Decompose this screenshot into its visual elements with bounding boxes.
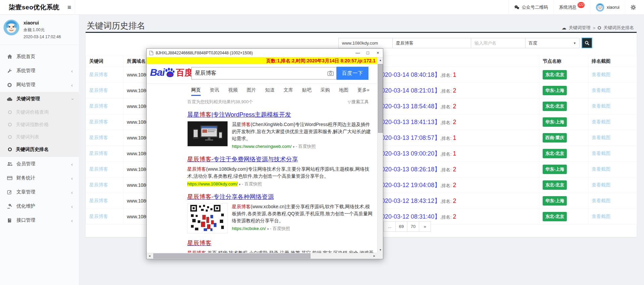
baidu-tab[interactable]: 采购 xyxy=(320,87,330,96)
sidebar-submenu-keywords: 关键词价格查询 关键词指数价格 关键词列表 关键词历史排名 xyxy=(0,106,79,156)
keyword-link[interactable]: 星辰博客 xyxy=(89,198,108,203)
breadcrumb-parent[interactable]: 关键词管理 xyxy=(568,25,590,31)
result-url-text[interactable]: https://xcboke.cn/ xyxy=(232,226,266,231)
sidebar-item-website-management[interactable]: 网站管理 ‹ xyxy=(0,78,79,92)
settings-menu-item[interactable] xyxy=(625,0,641,14)
pagination-item[interactable]: » xyxy=(419,221,431,232)
sidebar-item-keyword-price-query[interactable]: 关键词价格查询 xyxy=(0,106,79,118)
node-badge: 西南-重庆 xyxy=(543,133,567,142)
scroll-left-arrow[interactable]: ◄ xyxy=(147,253,152,259)
sidebar-item-system-home[interactable]: 系统首页 xyxy=(0,50,79,64)
navbar-spacer xyxy=(75,0,508,14)
sidebar-item-member-management[interactable]: 会员管理 ‹ xyxy=(0,157,79,171)
result-text-block: 晨星博客(ChenXingWeb.Com)专注WordPress程序周边主题及插… xyxy=(232,121,375,150)
window-titlebar[interactable]: 8JHXLJ8842246668LF8848PT0J020448 (1002×1… xyxy=(147,49,383,57)
website-thumbnail[interactable] xyxy=(187,121,228,147)
view-screenshot-link[interactable]: 查看截图 xyxy=(592,214,610,219)
search-tools-toggle[interactable]: ▽搜索工具 xyxy=(348,99,369,105)
search-button[interactable] xyxy=(582,38,592,48)
domain-filter-input[interactable] xyxy=(338,38,393,48)
keyword-link[interactable]: 星辰博客 xyxy=(89,166,108,172)
maximize-button[interactable]: □ xyxy=(363,49,373,57)
app-logo[interactable]: 柒壹seo优化系统 xyxy=(0,0,64,14)
result-title-link[interactable]: 星辰博客 xyxy=(187,239,211,247)
baidu-search-input[interactable] xyxy=(192,67,325,79)
sidebar-item-finance-statistics[interactable]: 财务统计 ‹ xyxy=(0,171,79,185)
keyword-filter-input[interactable] xyxy=(392,38,471,48)
vertical-scroll-thumb[interactable] xyxy=(378,64,383,133)
sidebar-item-keyword-history-rank[interactable]: 关键词历史排名 xyxy=(0,143,79,156)
sidebar-item-optimization-maintenance[interactable]: 优化维护 ‹ xyxy=(0,199,79,213)
baidu-tab[interactable]: 知道 xyxy=(265,87,275,96)
close-button[interactable]: × xyxy=(373,49,383,57)
pagination-item[interactable]: ... xyxy=(384,221,396,232)
pagination-item[interactable]: 69 xyxy=(395,221,407,232)
result-url-text[interactable]: https://www.chenxingweb.com/ xyxy=(232,144,292,149)
baidu-tab[interactable]: 资讯 xyxy=(210,87,219,96)
qr-thumbnail[interactable] xyxy=(187,203,228,233)
keyword-link[interactable]: 星辰博客 xyxy=(89,151,108,156)
baidu-tab[interactable]: 更多» xyxy=(357,87,369,96)
sidebar-item-keyword-management[interactable]: 关键词管理 ‹ xyxy=(0,92,79,106)
view-screenshot-link[interactable]: 查看截图 xyxy=(592,119,610,124)
sidebar-item-api-management[interactable]: 接口管理 ‹ xyxy=(0,213,79,227)
baidu-tab[interactable]: 地图 xyxy=(339,87,348,96)
user-menu-item[interactable]: xiaorui xyxy=(590,0,625,14)
description-text: (ChenXingWeb.Com)专注WordPress程序周边主题及插件的开发… xyxy=(232,122,371,141)
snapshot-link[interactable]: 百度快照 xyxy=(298,144,316,149)
keyword-link[interactable]: 星辰博客 xyxy=(89,103,108,109)
engine-select[interactable]: 百度 ▼ xyxy=(525,38,580,48)
minimize-button[interactable]: — xyxy=(353,49,363,57)
scroll-up-arrow[interactable]: ▲ xyxy=(378,57,383,63)
result-url-text[interactable]: https://www.1080kdy.com/ xyxy=(187,181,238,186)
view-screenshot-link[interactable]: 查看截图 xyxy=(592,166,610,172)
qrcode-label: 公众号二维码 xyxy=(522,4,548,10)
keyword-link[interactable]: 星辰博客 xyxy=(89,182,108,187)
sidebar-item-keyword-list[interactable]: 关键词列表 xyxy=(0,131,79,143)
baidu-tab[interactable]: 网页 xyxy=(191,87,201,96)
username-filter-input[interactable] xyxy=(471,38,526,48)
system-messages-item[interactable]: 系统消息 122 xyxy=(553,0,590,14)
qrcode-menu-item[interactable]: 公众号二维码 xyxy=(508,0,553,14)
baidu-tab[interactable]: 视频 xyxy=(228,87,238,96)
view-screenshot-link[interactable]: 查看截图 xyxy=(592,182,610,187)
view-screenshot-link[interactable]: 查看截图 xyxy=(592,151,610,156)
view-screenshot-link[interactable]: 查看截图 xyxy=(592,72,610,77)
view-screenshot-link[interactable]: 查看截图 xyxy=(592,88,610,93)
baidu-tab[interactable]: 文库 xyxy=(284,87,293,96)
scroll-down-arrow[interactable]: ▼ xyxy=(378,247,383,253)
result-title-link[interactable]: 星辰博客-专注分享各种网络资源 xyxy=(187,193,274,201)
engine-selected-value: 百度 xyxy=(529,40,537,46)
rank-label: ,排名: xyxy=(440,183,451,188)
sidebar-toggle-button[interactable]: ≡ xyxy=(64,0,75,14)
horizontal-scroll-thumb[interactable] xyxy=(153,253,310,259)
result-title-link[interactable]: 晨星博客|专注WordPress主题模板开发 xyxy=(187,111,291,119)
search-result: 星辰博客-专注于免费网络资源与技术分享星辰博客(www.1080kdy.com)… xyxy=(187,155,375,187)
camera-icon[interactable] xyxy=(325,70,336,76)
snapshot-link[interactable]: 百度快照 xyxy=(273,226,290,231)
sidebar-item-keyword-index-price[interactable]: 关键词指数价格 xyxy=(0,118,79,131)
description-text: 首页 精华 技术教程 小白求助 登录-注册 推荐 其它 前端 官方 区块链 安全… xyxy=(187,250,374,253)
view-screenshot-link[interactable]: 查看截图 xyxy=(592,103,610,109)
baidu-logo[interactable]: Bai du 百度 xyxy=(150,67,193,78)
view-screenshot-link[interactable]: 查看截图 xyxy=(592,135,610,140)
sidebar-item-article-management[interactable]: 文章管理 ‹ xyxy=(0,185,79,199)
keyword-link[interactable]: 星辰博客 xyxy=(89,119,108,124)
scroll-right-arrow[interactable]: ► xyxy=(371,253,377,259)
gear-icon xyxy=(631,5,636,10)
snapshot-link[interactable]: 百度快照 xyxy=(244,181,262,186)
keyword-link[interactable]: 星辰博客 xyxy=(89,88,108,93)
keyword-link[interactable]: 星辰博客 xyxy=(89,135,108,140)
vertical-scrollbar[interactable]: ▲ ▼ xyxy=(377,57,383,253)
sidebar-item-system-management[interactable]: 系统管理 ‹ xyxy=(0,64,79,78)
keyword-link[interactable]: 星辰博客 xyxy=(89,72,108,77)
result-title-link[interactable]: 星辰博客-专注于免费网络资源与技术分享 xyxy=(187,155,298,163)
horizontal-scrollbar[interactable]: ◄ ► xyxy=(147,253,377,259)
edit-icon xyxy=(7,189,12,195)
baidu-tab[interactable]: 图片 xyxy=(247,87,256,96)
baidu-tab[interactable]: 贴吧 xyxy=(302,87,311,96)
view-screenshot-link[interactable]: 查看截图 xyxy=(592,198,610,203)
pagination-item[interactable]: 70 xyxy=(407,221,419,232)
baidu-search-button[interactable]: 百度一下 xyxy=(337,67,368,80)
keyword-link[interactable]: 星辰博客 xyxy=(89,214,108,219)
